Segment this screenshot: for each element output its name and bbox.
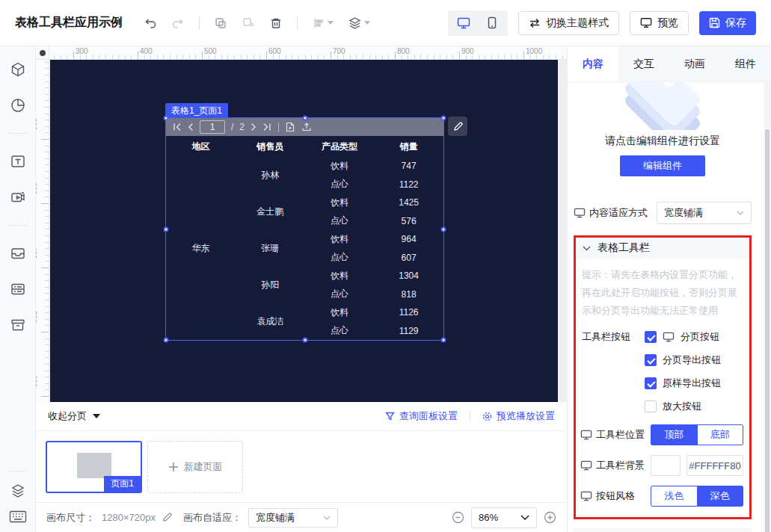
tab-component[interactable]: 组件 — [720, 46, 771, 81]
ruler-tick — [311, 55, 312, 59]
prev-page-icon[interactable] — [188, 123, 194, 132]
canvas-fit-select[interactable]: 宽度铺满 — [248, 508, 338, 528]
sales-value-cell: 1122 — [374, 176, 443, 194]
style-light-option[interactable]: 浅色 — [651, 486, 697, 506]
marquee-section-header[interactable]: 跑马灯 ? — [574, 528, 752, 532]
new-page-button[interactable]: 新建页面 — [147, 441, 243, 493]
next-page-icon[interactable] — [251, 123, 257, 132]
collapse-caret-icon[interactable] — [93, 414, 100, 418]
archive-box-icon[interactable] — [10, 317, 26, 333]
ruler-label: 300 — [36, 182, 37, 195]
text-tool-icon[interactable] — [10, 153, 26, 170]
first-page-icon[interactable] — [172, 123, 182, 132]
ruler-tick — [45, 351, 49, 352]
layers-icon[interactable] — [10, 483, 26, 498]
preview-label: 预览 — [657, 16, 678, 30]
delete-icon[interactable] — [269, 16, 283, 30]
shortcut-keyboard-icon[interactable] — [9, 510, 27, 523]
page-thumbnail-selected[interactable]: 页面1 — [46, 441, 142, 493]
redo-icon[interactable] — [171, 16, 185, 30]
copy-icon[interactable] — [214, 16, 227, 30]
layer-style-icon[interactable] — [348, 16, 370, 30]
project-title: 表格工具栏应用示例 — [15, 15, 123, 31]
resize-handle[interactable] — [302, 338, 307, 343]
edit-size-icon[interactable] — [162, 513, 172, 522]
tab-content[interactable]: 内容 — [568, 46, 618, 81]
table-widget-icon[interactable] — [10, 281, 26, 297]
resize-handle[interactable] — [441, 116, 446, 121]
edit-component-button[interactable]: 编辑组件 — [620, 155, 705, 176]
thumbnail-component-preview — [77, 453, 111, 478]
zoom-level-select[interactable]: 86% — [471, 507, 537, 528]
export-original-icon[interactable] — [301, 122, 312, 132]
align-icon[interactable] — [312, 16, 334, 30]
background-color-input[interactable]: #FFFFFF80 — [686, 455, 743, 476]
panel-scrollbar-thumb[interactable] — [765, 129, 770, 532]
ruler-tick — [273, 55, 274, 59]
ruler-origin[interactable] — [36, 46, 49, 60]
ruler-tick — [259, 55, 260, 59]
table-component-selected[interactable]: 表格1_页面1 1 / 2 地区 — [166, 118, 443, 340]
zoom-out-icon[interactable] — [452, 511, 464, 524]
background-color-swatch[interactable] — [651, 455, 681, 476]
ruler-label: 700 — [333, 47, 345, 55]
mobile-view-button[interactable] — [479, 13, 506, 34]
edit-component-icon-button[interactable] — [448, 117, 467, 136]
page-number-input[interactable]: 1 — [200, 120, 225, 134]
resize-handle[interactable] — [164, 116, 169, 121]
save-button[interactable]: 保存 — [699, 11, 756, 35]
ruler-tick — [112, 55, 113, 59]
ruler-tick — [324, 55, 325, 59]
ruler-label: 900 — [461, 47, 474, 55]
pagination-button-checkbox[interactable] — [645, 331, 657, 343]
ruler-tick — [105, 55, 106, 59]
empty-state-illustration — [574, 82, 752, 130]
query-panel-settings-link[interactable]: 查询面板设置 — [385, 409, 458, 423]
zoom-button-checkbox[interactable] — [645, 400, 657, 412]
ruler-tick — [45, 344, 49, 345]
tab-animation[interactable]: 动画 — [669, 46, 720, 81]
collapse-pages-label[interactable]: 收起分页 — [48, 409, 87, 423]
ruler-tick — [41, 139, 49, 140]
position-bottom-option[interactable]: 底部 — [697, 425, 743, 445]
resize-handle[interactable] — [164, 226, 169, 232]
ruler-label: 600 — [268, 47, 281, 55]
media-video-icon[interactable] — [10, 189, 26, 205]
resize-handle[interactable] — [441, 226, 446, 232]
zoom-in-icon[interactable] — [544, 511, 556, 524]
desktop-view-button[interactable] — [450, 13, 477, 34]
material-inbox-icon[interactable] — [10, 245, 26, 262]
design-canvas[interactable]: 表格1_页面1 1 / 2 地区 — [50, 60, 558, 402]
ruler-label: 500 — [204, 47, 217, 55]
duplicate-icon[interactable] — [242, 16, 255, 30]
ruler-tick — [369, 55, 370, 59]
toolbar-background-label: 工具栏背景 — [596, 459, 645, 472]
ruler-tick — [54, 55, 55, 59]
product-type-cell: 饮料 — [305, 230, 375, 249]
ruler-tick — [45, 132, 49, 133]
resize-handle[interactable] — [441, 338, 446, 343]
position-top-option[interactable]: 顶部 — [651, 425, 697, 445]
content-fit-select[interactable]: 宽度铺满 — [657, 202, 752, 224]
resize-handle[interactable] — [164, 338, 169, 343]
export-page-icon[interactable] — [285, 122, 295, 132]
panel-scrollbar-track[interactable] — [764, 82, 771, 532]
resize-handle[interactable] — [302, 116, 307, 121]
style-dark-option[interactable]: 深色 — [697, 486, 743, 506]
original-export-button-checkbox[interactable] — [645, 377, 657, 389]
chevron-down-icon — [364, 21, 370, 25]
chart-pie-icon[interactable] — [10, 97, 26, 114]
preview-button[interactable]: 预览 — [630, 11, 689, 35]
ruler-tick — [45, 87, 49, 88]
page-export-button-checkbox[interactable] — [645, 354, 657, 366]
preview-play-settings-link[interactable]: 预览播放设置 — [482, 409, 555, 423]
pencil-icon — [453, 122, 463, 132]
table-toolbar-section-header[interactable]: 表格工具栏 — [576, 238, 749, 259]
ruler-tick — [472, 55, 473, 59]
last-page-icon[interactable] — [262, 123, 272, 132]
switch-theme-button[interactable]: 切换主题样式 — [518, 11, 619, 35]
components-cube-icon[interactable] — [10, 61, 26, 78]
tab-interaction[interactable]: 交互 — [618, 46, 669, 81]
undo-icon[interactable] — [144, 16, 157, 30]
ruler-tick — [209, 55, 209, 59]
